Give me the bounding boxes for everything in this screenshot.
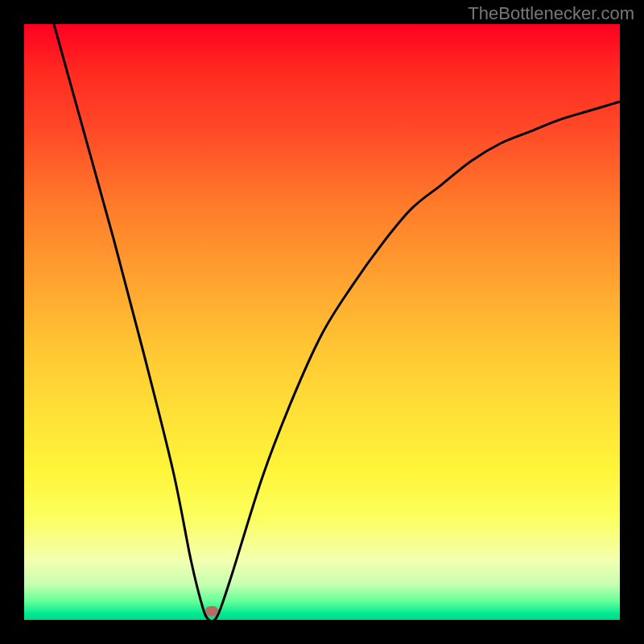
chart-frame: TheBottlenecker.com	[0, 0, 644, 644]
optimum-marker	[205, 606, 218, 616]
curve-svg	[24, 24, 620, 620]
plot-area	[24, 24, 620, 620]
watermark-text: TheBottlenecker.com	[468, 3, 634, 24]
bottleneck-curve	[54, 24, 620, 621]
